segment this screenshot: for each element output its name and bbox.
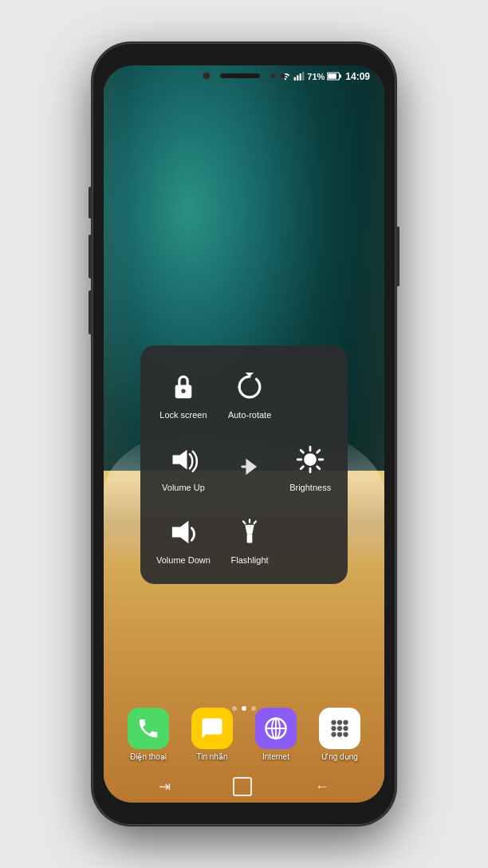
volume-down-label: Volume Down — [156, 555, 211, 565]
lock-icon — [164, 368, 203, 406]
svg-rect-1 — [294, 77, 296, 81]
dock-internet-app[interactable]: Internet — [255, 708, 297, 761]
svg-rect-28 — [247, 534, 253, 542]
app-dock: Điện thoại Tin nhắn — [104, 708, 384, 761]
volume-down-icon — [164, 513, 203, 551]
svg-line-26 — [243, 522, 245, 524]
center-arrow — [237, 454, 262, 479]
message-app-label: Tin nhắn — [197, 752, 228, 761]
svg-line-25 — [254, 522, 256, 524]
dock-message-app[interactable]: Tin nhắn — [191, 708, 233, 761]
back-button[interactable]: ← — [315, 779, 329, 795]
brightness-button[interactable]: Brightness — [283, 432, 337, 500]
lock-screen-label: Lock screen — [159, 410, 207, 420]
front-camera-icon — [203, 72, 211, 80]
notch-area — [203, 72, 285, 80]
volume-up-button[interactable] — [89, 235, 92, 278]
svg-point-14 — [304, 453, 317, 466]
battery-icon — [327, 72, 341, 82]
svg-point-9 — [181, 389, 185, 393]
flashlight-icon — [230, 513, 269, 551]
svg-point-35 — [337, 720, 342, 724]
home-button[interactable] — [233, 777, 252, 796]
time-display: 14:09 — [345, 71, 370, 82]
apps-app-label: Ứng dụng — [321, 752, 358, 761]
volume-down-button[interactable]: Volume Down — [150, 505, 217, 573]
signal-icon — [293, 71, 305, 82]
phone-app-icon — [128, 708, 169, 749]
flashlight-button[interactable]: Flashlight — [224, 505, 275, 573]
svg-marker-11 — [172, 450, 187, 470]
svg-point-39 — [343, 726, 348, 731]
dock-phone-app[interactable]: Điện thoại — [128, 708, 169, 761]
navigation-bar: ⇥ ← — [104, 777, 384, 796]
internet-app-icon — [255, 708, 297, 749]
apps-app-icon — [319, 708, 360, 749]
svg-marker-23 — [172, 521, 189, 543]
status-icons: 71% 14:09 — [280, 71, 370, 82]
auto-rotate-label: Auto-rotate — [228, 410, 271, 420]
camera-dot-1 — [270, 73, 276, 79]
camera-dot-2 — [279, 73, 285, 79]
svg-point-36 — [343, 720, 348, 724]
svg-point-29 — [246, 524, 253, 528]
rear-camera-cluster — [270, 73, 285, 79]
dock-apps-button[interactable]: Ứng dụng — [319, 708, 360, 761]
power-button[interactable] — [89, 187, 92, 219]
volume-up-button[interactable]: Volume Up — [155, 432, 211, 500]
speaker-slot — [220, 73, 260, 78]
svg-point-42 — [343, 732, 348, 736]
svg-rect-3 — [300, 73, 301, 81]
phone-wrapper: 71% 14:09 — [0, 0, 488, 868]
volume-up-label: Volume Up — [162, 483, 205, 492]
battery-percent: 71% — [307, 72, 325, 81]
svg-point-41 — [337, 732, 342, 736]
quick-actions-grid: Lock screen Auto-rotate — [150, 360, 338, 573]
phone-app-label: Điện thoại — [130, 752, 167, 761]
svg-rect-4 — [302, 72, 304, 81]
svg-line-21 — [317, 450, 320, 452]
svg-point-34 — [331, 720, 336, 724]
auto-rotate-button[interactable]: Auto-rotate — [222, 360, 277, 428]
svg-line-22 — [301, 467, 303, 469]
svg-marker-12 — [246, 458, 258, 475]
rotate-icon — [230, 368, 269, 406]
phone-screen: 71% 14:09 — [104, 65, 384, 803]
svg-rect-6 — [340, 74, 341, 77]
volume-up-icon — [164, 440, 203, 479]
internet-app-label: Internet — [262, 752, 289, 761]
phone-body: 71% 14:09 — [92, 43, 396, 825]
recent-apps-button[interactable]: ⇥ — [159, 778, 171, 795]
svg-point-40 — [331, 732, 336, 736]
brightness-label: Brightness — [289, 483, 331, 492]
svg-rect-2 — [297, 75, 298, 80]
svg-rect-7 — [329, 73, 337, 79]
svg-line-20 — [317, 467, 320, 469]
svg-line-19 — [301, 450, 303, 452]
lock-screen-button[interactable]: Lock screen — [153, 360, 213, 428]
brightness-icon — [291, 440, 329, 479]
svg-point-38 — [337, 726, 342, 731]
svg-point-37 — [331, 726, 336, 731]
message-app-icon — [191, 708, 233, 749]
bixby-button[interactable] — [396, 227, 399, 286]
volume-down-button[interactable] — [89, 290, 92, 334]
quick-actions-popup: Lock screen Auto-rotate — [140, 345, 348, 584]
flashlight-label: Flashlight — [231, 555, 269, 565]
